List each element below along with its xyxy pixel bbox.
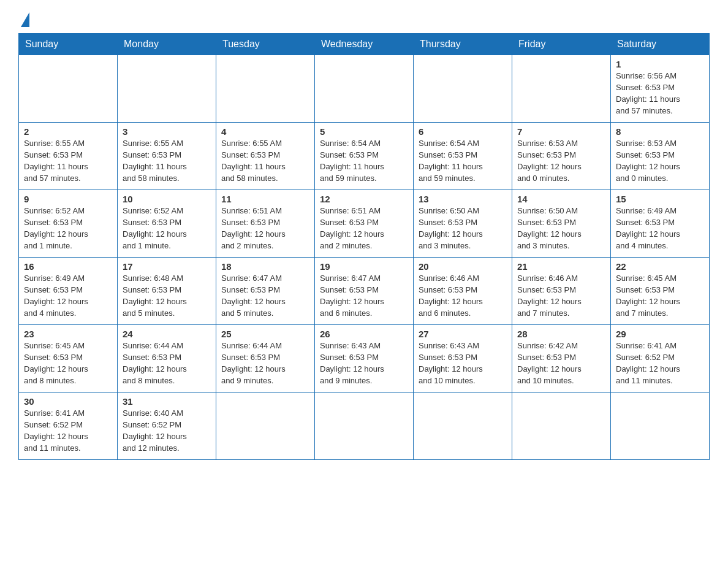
calendar-cell: 21Sunrise: 6:46 AM Sunset: 6:53 PM Dayli…	[512, 258, 611, 325]
calendar-cell	[611, 393, 710, 460]
day-of-week-monday: Monday	[118, 34, 216, 55]
calendar-cell: 26Sunrise: 6:43 AM Sunset: 6:53 PM Dayli…	[315, 325, 414, 393]
day-info: Sunrise: 6:47 AM Sunset: 6:53 PM Dayligh…	[221, 273, 309, 319]
calendar-table: SundayMondayTuesdayWednesdayThursdayFrid…	[18, 33, 710, 460]
calendar-cell: 10Sunrise: 6:52 AM Sunset: 6:53 PM Dayli…	[118, 190, 216, 258]
calendar-cell: 16Sunrise: 6:49 AM Sunset: 6:53 PM Dayli…	[19, 258, 118, 325]
day-info: Sunrise: 6:56 AM Sunset: 6:53 PM Dayligh…	[616, 71, 704, 117]
calendar-cell	[512, 393, 611, 460]
day-info: Sunrise: 6:49 AM Sunset: 6:53 PM Dayligh…	[616, 205, 704, 251]
calendar-cell: 13Sunrise: 6:50 AM Sunset: 6:53 PM Dayli…	[414, 190, 512, 258]
logo-triangle-icon	[21, 12, 29, 27]
day-info: Sunrise: 6:53 AM Sunset: 6:53 PM Dayligh…	[616, 138, 704, 184]
calendar-cell: 19Sunrise: 6:47 AM Sunset: 6:53 PM Dayli…	[315, 258, 414, 325]
day-number: 8	[616, 126, 704, 137]
day-info: Sunrise: 6:54 AM Sunset: 6:53 PM Dayligh…	[320, 138, 408, 184]
day-info: Sunrise: 6:51 AM Sunset: 6:53 PM Dayligh…	[320, 205, 408, 251]
day-number: 16	[24, 261, 112, 272]
day-info: Sunrise: 6:46 AM Sunset: 6:53 PM Dayligh…	[419, 273, 507, 319]
calendar-cell: 23Sunrise: 6:45 AM Sunset: 6:53 PM Dayli…	[19, 325, 118, 393]
calendar-cell: 30Sunrise: 6:41 AM Sunset: 6:52 PM Dayli…	[19, 393, 118, 460]
day-number: 26	[320, 329, 408, 339]
day-info: Sunrise: 6:40 AM Sunset: 6:52 PM Dayligh…	[123, 408, 211, 454]
calendar-header-row: SundayMondayTuesdayWednesdayThursdayFrid…	[19, 34, 710, 55]
day-number: 2	[24, 126, 112, 137]
day-number: 3	[123, 126, 211, 137]
calendar-cell: 17Sunrise: 6:48 AM Sunset: 6:53 PM Dayli…	[118, 258, 216, 325]
day-number: 4	[221, 126, 309, 137]
day-info: Sunrise: 6:43 AM Sunset: 6:53 PM Dayligh…	[419, 340, 507, 386]
day-number: 5	[320, 126, 408, 137]
day-info: Sunrise: 6:52 AM Sunset: 6:53 PM Dayligh…	[24, 205, 112, 251]
calendar-cell	[315, 55, 414, 123]
day-of-week-thursday: Thursday	[414, 34, 512, 55]
day-number: 21	[517, 261, 605, 272]
day-number: 20	[419, 261, 507, 272]
day-info: Sunrise: 6:54 AM Sunset: 6:53 PM Dayligh…	[419, 138, 507, 184]
calendar-cell: 2Sunrise: 6:55 AM Sunset: 6:53 PM Daylig…	[19, 123, 118, 190]
calendar-cell: 7Sunrise: 6:53 AM Sunset: 6:53 PM Daylig…	[512, 123, 611, 190]
day-info: Sunrise: 6:44 AM Sunset: 6:53 PM Dayligh…	[221, 340, 309, 386]
day-info: Sunrise: 6:53 AM Sunset: 6:53 PM Dayligh…	[517, 138, 605, 184]
calendar-cell: 9Sunrise: 6:52 AM Sunset: 6:53 PM Daylig…	[19, 190, 118, 258]
day-info: Sunrise: 6:41 AM Sunset: 6:52 PM Dayligh…	[616, 340, 704, 386]
day-number: 23	[24, 329, 112, 339]
day-info: Sunrise: 6:43 AM Sunset: 6:53 PM Dayligh…	[320, 340, 408, 386]
day-number: 15	[616, 194, 704, 204]
day-info: Sunrise: 6:42 AM Sunset: 6:53 PM Dayligh…	[517, 340, 605, 386]
day-number: 17	[123, 261, 211, 272]
day-number: 13	[419, 194, 507, 204]
day-info: Sunrise: 6:50 AM Sunset: 6:53 PM Dayligh…	[517, 205, 605, 251]
calendar-cell	[216, 393, 315, 460]
calendar-cell	[19, 55, 118, 123]
calendar-cell: 25Sunrise: 6:44 AM Sunset: 6:53 PM Dayli…	[216, 325, 315, 393]
day-info: Sunrise: 6:49 AM Sunset: 6:53 PM Dayligh…	[24, 273, 112, 319]
day-number: 7	[517, 126, 605, 137]
day-info: Sunrise: 6:55 AM Sunset: 6:53 PM Dayligh…	[24, 138, 112, 184]
calendar-week-row: 9Sunrise: 6:52 AM Sunset: 6:53 PM Daylig…	[19, 190, 710, 258]
day-of-week-tuesday: Tuesday	[216, 34, 315, 55]
day-info: Sunrise: 6:48 AM Sunset: 6:53 PM Dayligh…	[123, 273, 211, 319]
day-info: Sunrise: 6:55 AM Sunset: 6:53 PM Dayligh…	[221, 138, 309, 184]
calendar-cell: 31Sunrise: 6:40 AM Sunset: 6:52 PM Dayli…	[118, 393, 216, 460]
calendar-week-row: 30Sunrise: 6:41 AM Sunset: 6:52 PM Dayli…	[19, 393, 710, 460]
day-of-week-sunday: Sunday	[19, 34, 118, 55]
calendar-cell: 11Sunrise: 6:51 AM Sunset: 6:53 PM Dayli…	[216, 190, 315, 258]
day-number: 28	[517, 329, 605, 339]
calendar-cell: 6Sunrise: 6:54 AM Sunset: 6:53 PM Daylig…	[414, 123, 512, 190]
day-number: 1	[616, 59, 704, 69]
calendar-cell: 12Sunrise: 6:51 AM Sunset: 6:53 PM Dayli…	[315, 190, 414, 258]
calendar-cell: 27Sunrise: 6:43 AM Sunset: 6:53 PM Dayli…	[414, 325, 512, 393]
day-number: 6	[419, 126, 507, 137]
day-of-week-saturday: Saturday	[611, 34, 710, 55]
day-info: Sunrise: 6:45 AM Sunset: 6:53 PM Dayligh…	[24, 340, 112, 386]
day-number: 14	[517, 194, 605, 204]
day-info: Sunrise: 6:52 AM Sunset: 6:53 PM Dayligh…	[123, 205, 211, 251]
day-number: 19	[320, 261, 408, 272]
day-number: 25	[221, 329, 309, 339]
calendar-cell	[414, 393, 512, 460]
calendar-week-row: 23Sunrise: 6:45 AM Sunset: 6:53 PM Dayli…	[19, 325, 710, 393]
day-number: 27	[419, 329, 507, 339]
day-info: Sunrise: 6:55 AM Sunset: 6:53 PM Dayligh…	[123, 138, 211, 184]
calendar-cell: 8Sunrise: 6:53 AM Sunset: 6:53 PM Daylig…	[611, 123, 710, 190]
calendar-week-row: 2Sunrise: 6:55 AM Sunset: 6:53 PM Daylig…	[19, 123, 710, 190]
day-number: 11	[221, 194, 309, 204]
calendar-cell: 22Sunrise: 6:45 AM Sunset: 6:53 PM Dayli…	[611, 258, 710, 325]
calendar-cell: 1Sunrise: 6:56 AM Sunset: 6:53 PM Daylig…	[611, 55, 710, 123]
day-number: 9	[24, 194, 112, 204]
day-number: 31	[123, 396, 211, 407]
calendar-week-row: 16Sunrise: 6:49 AM Sunset: 6:53 PM Dayli…	[19, 258, 710, 325]
calendar-cell: 28Sunrise: 6:42 AM Sunset: 6:53 PM Dayli…	[512, 325, 611, 393]
calendar-cell	[216, 55, 315, 123]
day-info: Sunrise: 6:47 AM Sunset: 6:53 PM Dayligh…	[320, 273, 408, 319]
day-info: Sunrise: 6:50 AM Sunset: 6:53 PM Dayligh…	[419, 205, 507, 251]
calendar-week-row: 1Sunrise: 6:56 AM Sunset: 6:53 PM Daylig…	[19, 55, 710, 123]
day-number: 29	[616, 329, 704, 339]
calendar-cell: 29Sunrise: 6:41 AM Sunset: 6:52 PM Dayli…	[611, 325, 710, 393]
day-number: 30	[24, 396, 112, 407]
day-number: 12	[320, 194, 408, 204]
calendar-cell: 18Sunrise: 6:47 AM Sunset: 6:53 PM Dayli…	[216, 258, 315, 325]
calendar-cell	[315, 393, 414, 460]
day-info: Sunrise: 6:46 AM Sunset: 6:53 PM Dayligh…	[517, 273, 605, 319]
